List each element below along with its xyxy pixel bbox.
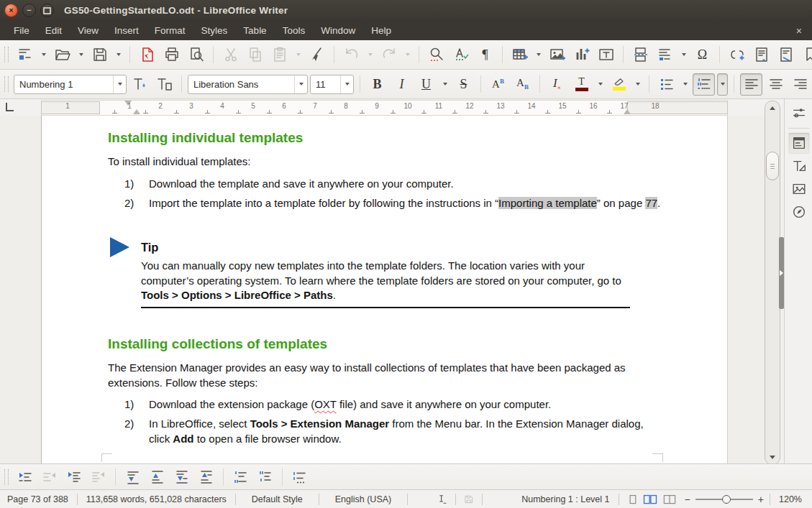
font-size-combo[interactable]: 11 [310,75,354,94]
find-replace-button[interactable] [425,44,447,66]
vertical-scrollbar[interactable] [765,101,780,465]
cut-button[interactable] [219,44,242,66]
page-style-status[interactable]: Default Style [236,494,319,504]
move-item-up-button[interactable] [146,466,168,489]
insert-image-button[interactable] [546,44,568,66]
bullet-list-dropdown[interactable] [680,73,690,96]
scrollbar-thumb[interactable] [766,152,779,180]
bullet-list-button[interactable] [655,73,678,96]
superscript-button[interactable]: AB [487,73,509,96]
ordered-list-button[interactable] [693,73,715,96]
save-button[interactable] [88,44,111,66]
open-dropdown[interactable] [76,44,86,66]
open-button[interactable] [51,44,73,66]
print-button[interactable] [160,44,183,66]
sidebar-properties-button[interactable] [788,132,810,154]
menu-format[interactable]: Format [147,21,193,40]
italic-button[interactable]: I [391,73,413,96]
update-style-button[interactable] [129,73,151,96]
font-name-dropdown[interactable] [294,75,307,93]
sidebar-gallery-button[interactable] [788,178,810,200]
underline-dropdown[interactable] [439,73,450,96]
paste-dropdown[interactable] [293,44,304,66]
new-document-dropdown[interactable] [38,44,49,66]
insert-field-dropdown[interactable] [678,44,689,66]
font-size-dropdown[interactable] [340,75,353,93]
insert-hyperlink-button[interactable] [726,44,748,66]
print-preview-button[interactable] [185,44,207,66]
sidebar-styles-button[interactable] [788,155,810,177]
left-indent-marker[interactable] [133,109,140,114]
promote-with-subpoints-button[interactable] [87,466,109,489]
sidebar-settings-button[interactable] [788,102,810,124]
undo-dropdown[interactable] [365,44,375,66]
ordered-list-dropdown[interactable] [717,73,728,96]
menu-tools[interactable]: Tools [275,21,314,40]
book-view-button[interactable] [662,494,678,506]
insert-unnumbered-entry-button[interactable] [229,466,252,489]
font-color-button[interactable]: T [570,73,593,96]
highlight-color-dropdown[interactable] [632,73,643,96]
save-dropdown[interactable] [113,44,124,66]
paragraph-style-dropdown[interactable] [113,75,126,93]
toolbar-grip[interactable] [4,47,9,63]
sidebar-hide-handle[interactable] [779,237,784,309]
menu-edit[interactable]: Edit [37,21,70,40]
multi-page-view-button[interactable] [642,494,658,506]
horizontal-ruler[interactable]: 1234567891011121314151617181 [0,99,765,116]
insert-footnote-button[interactable] [750,44,772,66]
insert-bookmark-button[interactable] [799,44,812,66]
copy-button[interactable] [244,44,266,66]
align-right-button[interactable] [789,73,811,96]
close-document-icon[interactable]: × [796,25,802,37]
insert-table-button[interactable] [508,44,531,66]
window-maximize-button[interactable] [40,4,54,17]
special-character-button[interactable]: Ω [691,44,713,66]
zoom-slider-track[interactable] [695,499,753,500]
window-minimize-button[interactable]: − [22,4,36,17]
undo-button[interactable] [340,44,362,66]
restart-numbering-button[interactable] [254,466,276,489]
page-number-status[interactable]: Page 73 of 388 [0,494,77,504]
bullets-numbering-options-button[interactable] [288,466,311,489]
demote-outline-level-button[interactable] [14,466,36,489]
language-status[interactable]: English (USA) [319,494,408,504]
new-document-button[interactable] [14,44,36,66]
spelling-button[interactable] [450,44,472,66]
move-item-down-button[interactable] [122,466,144,489]
menu-help[interactable]: Help [363,21,399,40]
tab-stop-type-selector[interactable] [6,103,14,111]
new-style-button[interactable] [153,73,175,96]
single-page-view-button[interactable] [626,494,639,506]
menu-view[interactable]: View [70,21,106,40]
paragraph-style-combo[interactable]: Numbering 1 [14,75,127,94]
sidebar-navigator-button[interactable] [788,201,810,223]
zoom-slider[interactable]: − + [685,494,765,505]
strikethrough-button[interactable]: S [452,73,475,96]
menu-file[interactable]: File [6,21,37,40]
menu-insert[interactable]: Insert [106,21,147,40]
font-name-combo[interactable]: Liberation Sans [188,75,308,94]
clear-formatting-button[interactable]: I× [546,73,568,96]
align-left-button[interactable] [740,73,762,96]
clone-formatting-button[interactable] [306,44,328,66]
insert-field-button[interactable] [654,44,676,66]
menu-styles[interactable]: Styles [193,21,236,40]
redo-button[interactable] [378,44,400,66]
insert-endnote-button[interactable] [775,44,797,66]
formatting-marks-button[interactable]: ¶ [474,44,496,66]
toolbar-grip[interactable] [4,469,9,485]
move-down-with-subpoints-button[interactable] [170,466,193,489]
export-pdf-button[interactable] [136,44,158,66]
font-color-dropdown[interactable] [595,73,606,96]
bold-button[interactable]: B [366,73,388,96]
promote-outline-level-button[interactable] [38,466,60,489]
window-close-button[interactable]: × [4,4,18,17]
insert-page-break-button[interactable] [629,44,652,66]
highlight-color-button[interactable] [608,73,630,96]
paste-button[interactable] [268,44,291,66]
insert-table-dropdown[interactable] [533,44,544,66]
zoom-slider-handle[interactable] [722,495,731,504]
document-page[interactable]: Installing individual templates To insta… [41,116,728,463]
zoom-level-status[interactable]: 120% [770,494,812,504]
